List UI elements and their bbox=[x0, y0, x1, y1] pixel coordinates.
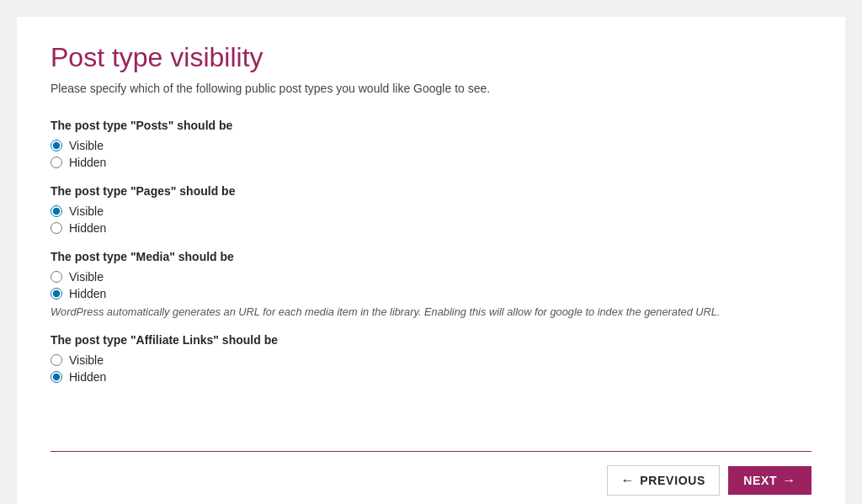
post-type-label-media: The post type "Media" should be bbox=[51, 250, 811, 263]
radio-input-pages-hidden[interactable] bbox=[51, 222, 62, 234]
page-title: Post type visibility bbox=[51, 42, 811, 73]
radio-option-posts-hidden[interactable]: Hidden bbox=[51, 156, 811, 169]
post-type-label-affiliate-links: The post type "Affiliate Links" should b… bbox=[51, 333, 811, 347]
previous-label: PREVIOUS bbox=[640, 474, 705, 487]
radio-input-affiliate-links-visible[interactable] bbox=[51, 354, 62, 366]
post-type-section-affiliate-links: The post type "Affiliate Links" should b… bbox=[51, 333, 811, 384]
radio-label-posts-visible: Visible bbox=[69, 139, 104, 152]
arrow-left-icon: ← bbox=[621, 473, 636, 488]
radio-label-posts-hidden: Hidden bbox=[69, 156, 106, 169]
post-type-section-media: The post type "Media" should beVisibleHi… bbox=[51, 250, 811, 318]
arrow-right-icon: → bbox=[782, 473, 796, 488]
post-type-section-posts: The post type "Posts" should beVisibleHi… bbox=[51, 119, 811, 169]
radio-option-pages-hidden[interactable]: Hidden bbox=[51, 221, 811, 235]
radio-option-media-visible[interactable]: Visible bbox=[51, 270, 811, 284]
radio-input-media-hidden[interactable] bbox=[51, 288, 62, 300]
radio-option-posts-visible[interactable]: Visible bbox=[51, 139, 811, 152]
content-area: Post type visibility Please specify whic… bbox=[51, 42, 811, 434]
radio-group-posts: VisibleHidden bbox=[51, 139, 811, 169]
radio-option-pages-visible[interactable]: Visible bbox=[51, 204, 811, 218]
post-type-label-posts: The post type "Posts" should be bbox=[51, 119, 811, 132]
radio-input-posts-hidden[interactable] bbox=[51, 157, 62, 168]
footer-nav: ← PREVIOUS NEXT → bbox=[51, 465, 811, 504]
page-subtitle: Please specify which of the following pu… bbox=[51, 82, 811, 95]
radio-label-pages-hidden: Hidden bbox=[69, 221, 106, 235]
page-container: Post type visibility Please specify whic… bbox=[17, 17, 845, 504]
radio-group-pages: VisibleHidden bbox=[51, 204, 811, 235]
sections-container: The post type "Posts" should beVisibleHi… bbox=[51, 119, 811, 384]
radio-input-media-visible[interactable] bbox=[51, 271, 62, 283]
radio-input-pages-visible[interactable] bbox=[51, 205, 62, 217]
next-button[interactable]: NEXT → bbox=[728, 466, 811, 495]
radio-label-affiliate-links-visible: Visible bbox=[69, 353, 104, 367]
radio-label-pages-visible: Visible bbox=[69, 204, 104, 218]
section-divider bbox=[51, 451, 811, 452]
radio-option-affiliate-links-visible[interactable]: Visible bbox=[51, 353, 811, 367]
post-type-label-pages: The post type "Pages" should be bbox=[51, 184, 811, 198]
radio-group-affiliate-links: VisibleHidden bbox=[51, 353, 811, 384]
radio-group-media: VisibleHidden bbox=[51, 270, 811, 300]
radio-option-affiliate-links-hidden[interactable]: Hidden bbox=[51, 370, 811, 384]
post-type-section-pages: The post type "Pages" should beVisibleHi… bbox=[51, 184, 811, 235]
radio-label-media-visible: Visible bbox=[69, 270, 104, 284]
note-text-media: WordPress automatically generates an URL… bbox=[51, 305, 811, 318]
radio-option-media-hidden[interactable]: Hidden bbox=[51, 287, 811, 300]
next-label: NEXT bbox=[743, 474, 777, 487]
radio-input-affiliate-links-hidden[interactable] bbox=[51, 371, 62, 383]
previous-button[interactable]: ← PREVIOUS bbox=[607, 465, 721, 496]
radio-label-media-hidden: Hidden bbox=[69, 287, 106, 300]
radio-label-affiliate-links-hidden: Hidden bbox=[69, 370, 106, 384]
radio-input-posts-visible[interactable] bbox=[51, 140, 62, 151]
